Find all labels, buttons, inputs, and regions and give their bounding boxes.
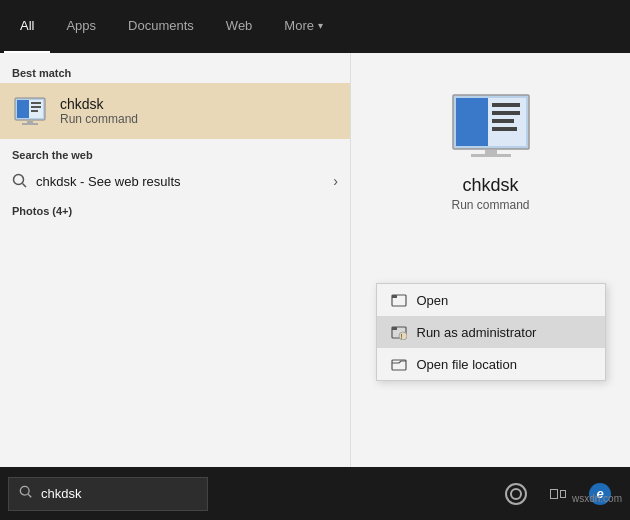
chevron-down-icon: ▾: [318, 20, 323, 31]
menu-item-run-as-admin[interactable]: ! Run as administrator: [377, 316, 605, 348]
search-window: All Apps Documents Web More ▾ Best match: [0, 0, 630, 520]
item-text-group: chkdsk Run command: [60, 96, 138, 126]
app-icon-wrapper: [12, 93, 48, 129]
tab-web[interactable]: Web: [210, 0, 269, 53]
svg-rect-13: [492, 103, 520, 107]
item-subtitle: Run command: [60, 112, 138, 126]
tab-all[interactable]: All: [4, 0, 50, 53]
tab-documents[interactable]: Documents: [112, 0, 210, 53]
best-match-header: Best match: [0, 61, 350, 83]
best-match-item[interactable]: chkdsk Run command: [0, 83, 350, 139]
svg-rect-20: [392, 295, 397, 298]
web-search-item[interactable]: chkdsk - See web results ›: [0, 165, 350, 197]
chkdsk-small-icon: [14, 95, 46, 127]
left-panel: Best match chkdsk: [0, 53, 350, 520]
svg-point-26: [20, 486, 29, 495]
app-type-large: Run command: [451, 198, 529, 212]
svg-rect-14: [492, 111, 520, 115]
web-result-text: chkdsk - See web results: [36, 174, 333, 189]
svg-rect-2: [17, 100, 29, 118]
svg-rect-22: [392, 327, 397, 330]
tab-bar: All Apps Documents Web More ▾: [0, 0, 630, 53]
svg-rect-7: [22, 123, 38, 125]
web-section-header: Search the web: [0, 143, 350, 165]
context-menu: Open ! Run as administrator: [376, 283, 606, 381]
cortana-button[interactable]: [498, 476, 534, 512]
svg-rect-16: [492, 127, 517, 131]
svg-rect-5: [31, 110, 38, 112]
watermark: wsxdn.com: [572, 493, 622, 504]
svg-line-9: [23, 184, 27, 188]
task-view-button[interactable]: [540, 476, 576, 512]
taskbar-search-text: chkdsk: [41, 486, 81, 501]
svg-rect-3: [31, 102, 41, 104]
svg-point-8: [14, 175, 24, 185]
chkdsk-large-icon: [451, 93, 531, 158]
taskbar: chkdsk e wsxdn.com: [0, 467, 630, 520]
tab-more[interactable]: More ▾: [268, 0, 339, 53]
chevron-right-icon: ›: [333, 173, 338, 189]
svg-text:!: !: [400, 333, 402, 340]
menu-item-open-file-location[interactable]: Open file location: [377, 348, 605, 380]
photos-section-header: Photos (4+): [0, 197, 350, 221]
svg-rect-4: [31, 106, 41, 108]
right-panel: chkdsk Run command Open: [350, 53, 630, 520]
open-icon: [391, 292, 407, 308]
search-icon: [12, 173, 28, 189]
taskbar-search-box[interactable]: chkdsk: [8, 477, 208, 511]
taskbar-search-icon: [19, 485, 33, 502]
svg-rect-17: [485, 150, 497, 154]
item-title: chkdsk: [60, 96, 138, 112]
cortana-icon: [505, 483, 527, 505]
file-location-icon: [391, 356, 407, 372]
large-app-icon: [451, 93, 531, 163]
content-area: Best match chkdsk: [0, 53, 630, 520]
menu-item-open[interactable]: Open: [377, 284, 605, 316]
svg-rect-12: [456, 98, 488, 146]
svg-line-27: [28, 494, 31, 497]
cortana-inner-ring: [510, 488, 522, 500]
app-name-large: chkdsk: [462, 175, 518, 196]
svg-rect-15: [492, 119, 514, 123]
run-as-admin-icon: !: [391, 324, 407, 340]
tab-apps[interactable]: Apps: [50, 0, 112, 53]
task-view-icon: [550, 489, 566, 499]
svg-rect-18: [471, 154, 511, 157]
svg-rect-6: [27, 121, 33, 123]
